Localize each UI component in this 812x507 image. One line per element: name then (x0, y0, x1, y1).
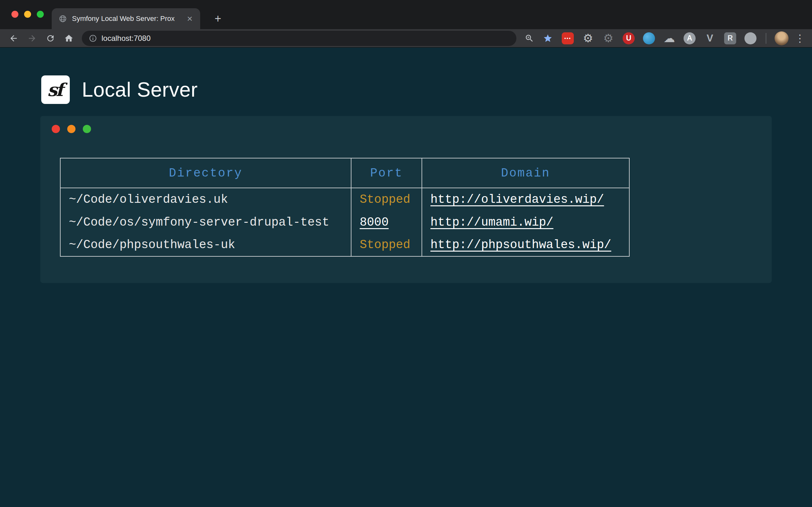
tab-title: Symfony Local Web Server: Prox (72, 14, 181, 23)
window-zoom-button[interactable] (37, 11, 44, 18)
page-title: Local Server (82, 78, 198, 101)
browser-menu-button[interactable]: ⋮ (793, 32, 807, 45)
page-content: sf Local Server Directory Port Domain (0, 48, 812, 507)
url-text[interactable]: localhost:7080 (101, 34, 151, 43)
symfony-logo: sf (41, 75, 70, 104)
toolbar-divider (766, 33, 766, 44)
domain-cell: http://phpsouthwales.wip/ (422, 233, 629, 257)
dark-gear-extension-icon[interactable]: ⚙ (602, 32, 614, 44)
port-link[interactable]: 8000 (360, 216, 389, 229)
symfony-logo-glyph: sf (47, 79, 62, 100)
reload-icon (46, 34, 55, 43)
bookmark-star-button[interactable] (539, 30, 556, 47)
domain-link[interactable]: http://umami.wip/ (430, 216, 554, 229)
zoom-in-icon (525, 34, 534, 43)
directory-cell: ~/Code/oliverdavies.uk (60, 188, 351, 211)
window-controls (11, 11, 44, 18)
back-arrow-icon (9, 34, 18, 43)
profile-avatar[interactable] (774, 32, 789, 45)
table-row: ~/Code/phpsouthwales-uk Stopped http://p… (60, 233, 629, 257)
letter-r-extension-icon[interactable]: R (724, 32, 736, 44)
globe-favicon-icon (59, 14, 67, 23)
column-header-directory: Directory (60, 158, 351, 188)
home-icon (64, 34, 73, 43)
window-close-button[interactable] (11, 11, 18, 18)
home-button[interactable] (60, 30, 78, 47)
domain-link[interactable]: http://phpsouthwales.wip/ (430, 238, 611, 251)
letter-v-extension-icon[interactable]: V (704, 32, 716, 44)
reload-button[interactable] (42, 30, 59, 47)
table-header-row: Directory Port Domain (60, 158, 629, 188)
letter-a-extension-icon[interactable]: A (683, 32, 696, 44)
domain-link[interactable]: http://oliverdavies.wip/ (430, 193, 604, 206)
brand-header: sf Local Server (0, 48, 812, 104)
forward-button[interactable] (23, 30, 41, 47)
status-stopped-badge: Stopped (360, 193, 410, 206)
browser-toolbar: localhost:7080 ••• ⚙ ⚙ U ☁ A V R ⋮ (0, 29, 812, 48)
back-button[interactable] (5, 30, 22, 47)
table-row: ~/Code/oliverdavies.uk Stopped http://ol… (60, 188, 629, 211)
titlebar: Symfony Local Web Server: Prox × + (0, 0, 812, 29)
panel-window-dots (40, 116, 772, 133)
panel-red-dot-icon (52, 125, 60, 133)
column-header-port: Port (351, 158, 422, 188)
port-cell: 8000 (351, 211, 422, 233)
column-header-domain: Domain (422, 158, 629, 188)
server-panel: Directory Port Domain ~/Code/oliverdavie… (40, 116, 772, 283)
panel-green-dot-icon (83, 125, 91, 133)
address-bar[interactable]: localhost:7080 (82, 31, 516, 46)
browser-tab[interactable]: Symfony Local Web Server: Prox × (52, 8, 200, 29)
port-cell: Stopped (351, 188, 422, 211)
u-badge-extension-icon[interactable]: U (623, 32, 635, 44)
info-icon[interactable] (89, 34, 97, 43)
blue-globe-extension-icon[interactable] (643, 32, 655, 44)
status-stopped-badge: Stopped (360, 238, 410, 251)
servers-table: Directory Port Domain ~/Code/oliverdavie… (60, 158, 629, 257)
gear-extension-icon[interactable]: ⚙ (582, 32, 594, 44)
port-cell: Stopped (351, 233, 422, 257)
forward-arrow-icon (27, 34, 37, 43)
github-extension-icon[interactable] (745, 32, 757, 44)
new-tab-button[interactable]: + (211, 11, 225, 26)
red-ellipsis-extension-icon[interactable]: ••• (562, 32, 574, 44)
panel-orange-dot-icon (67, 125, 75, 133)
browser-window: Symfony Local Web Server: Prox × + local… (0, 0, 812, 507)
domain-cell: http://oliverdavies.wip/ (422, 188, 629, 211)
directory-cell: ~/Code/phpsouthwales-uk (60, 233, 351, 257)
extensions-bar: ••• ⚙ ⚙ U ☁ A V R (558, 32, 761, 44)
window-minimize-button[interactable] (24, 11, 31, 18)
domain-cell: http://umami.wip/ (422, 211, 629, 233)
page-zoom-button[interactable] (521, 30, 538, 47)
cloud-extension-icon[interactable]: ☁ (663, 32, 675, 44)
table-row: ~/Code/os/symfony-server-drupal-test 800… (60, 211, 629, 233)
star-icon (543, 34, 553, 43)
directory-cell: ~/Code/os/symfony-server-drupal-test (60, 211, 351, 233)
tab-close-icon[interactable]: × (186, 14, 193, 23)
